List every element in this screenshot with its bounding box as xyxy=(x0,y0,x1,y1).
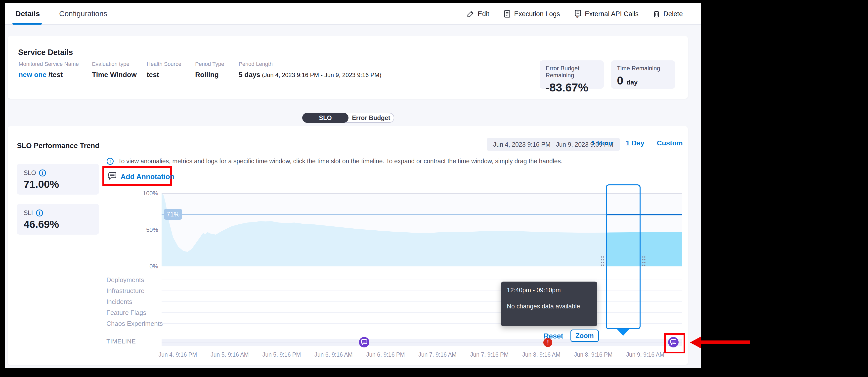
service-field-3: Period TypeRolling xyxy=(195,61,224,79)
trend-title: SLO Performance Trend xyxy=(17,142,99,150)
time-remaining-chip: Time Remaining 0 day xyxy=(611,60,675,89)
service-details-title: Service Details xyxy=(18,48,73,57)
y-tick-50: 50% xyxy=(138,226,158,233)
x-tick-6: Jun 7, 9:16 PM xyxy=(465,351,514,358)
changes-tooltip: 12:40pm - 09:10pm No changes data availa… xyxy=(501,282,597,326)
service-field-0: Monitored Service Namenew one /test xyxy=(19,61,79,79)
header-actions: Edit Execution Logs API External API Cal… xyxy=(467,3,683,25)
info-banner: ! To view anomalies, metrics and logs fo… xyxy=(106,158,562,165)
row-gridline xyxy=(161,290,682,291)
range-button-custom[interactable]: Custom xyxy=(657,139,683,147)
timeline-label: TIMELINE xyxy=(106,338,136,345)
x-tick-0: Jun 4, 9:16 PM xyxy=(153,351,203,358)
x-tick-2: Jun 5, 9:16 PM xyxy=(257,351,307,358)
service-field-4: Period Length5 days (Jun 4, 2023 9:16 PM… xyxy=(239,61,381,79)
row-gridline xyxy=(161,302,682,302)
y-tick-0: 0% xyxy=(138,263,158,270)
info-icon: ! xyxy=(106,158,114,165)
x-tick-8: Jun 8, 9:16 PM xyxy=(568,351,618,358)
tooltip-time-range: 12:40pm - 09:10pm xyxy=(501,282,597,298)
external-api-calls-button[interactable]: API External API Calls xyxy=(575,10,639,18)
time-window-selection[interactable] xyxy=(606,184,641,329)
error-budget-remaining-value: -83.67% xyxy=(546,81,598,94)
x-tick-9: Jun 9, 9:16 AM xyxy=(620,351,670,358)
row-label-infrastructure: Infrastructure xyxy=(106,287,145,295)
error-budget-remaining-chip: Error Budget Remaining -83.67% xyxy=(540,60,604,89)
range-buttons: 1 Hour1 DayCustom xyxy=(591,139,683,147)
time-remaining-value: 0 day xyxy=(617,74,669,87)
highlight-arrow xyxy=(701,341,750,344)
selection-drag-handle-left[interactable] xyxy=(600,255,605,266)
row-label-feature-flags: Feature Flags xyxy=(106,309,146,317)
x-tick-7: Jun 8, 9:16 AM xyxy=(517,351,566,358)
zoom-button[interactable]: Zoom xyxy=(570,329,599,342)
add-annotation-button[interactable]: Add Annotation xyxy=(108,172,174,182)
row-label-incidents: Incidents xyxy=(106,298,132,306)
x-tick-1: Jun 5, 9:16 AM xyxy=(205,351,254,358)
sli-value: 46.69% xyxy=(24,218,92,230)
x-tick-5: Jun 7, 9:16 AM xyxy=(413,351,462,358)
row-label-chaos-experiments: Chaos Experiments xyxy=(106,320,163,327)
row-gridline xyxy=(161,323,682,324)
selection-pointer-icon xyxy=(617,329,630,336)
row-label-deployments: Deployments xyxy=(106,276,144,284)
slo-stat-card: SLOi 71.00% xyxy=(17,164,99,195)
row-gridline xyxy=(161,312,682,313)
selection-drag-handle-right[interactable] xyxy=(642,255,646,266)
slo-errorbudget-toggle: SLO Error Budget xyxy=(302,113,394,123)
api-document-icon: API xyxy=(575,10,581,18)
tab-bar: Details Configurations Edit Execution Lo… xyxy=(5,3,701,25)
sli-stat-card: SLIi 46.69% xyxy=(17,204,99,234)
slo-performance-trend-card: SLO Performance Trend Jun 4, 2023 9:16 P… xyxy=(8,126,688,365)
execution-logs-button[interactable]: Execution Logs xyxy=(504,10,560,18)
monitored-service-link[interactable]: new one xyxy=(19,71,46,78)
slo-value: 71.00% xyxy=(24,179,92,190)
reset-button[interactable]: Reset xyxy=(544,332,563,340)
delete-button[interactable]: Delete xyxy=(653,10,683,18)
toggle-option-slo[interactable]: SLO xyxy=(302,113,348,123)
highlight-box-annotation-marker xyxy=(664,333,685,353)
document-icon xyxy=(504,10,510,18)
info-icon[interactable]: i xyxy=(36,210,43,216)
comment-bubble-icon xyxy=(108,172,117,182)
x-tick-3: Jun 6, 9:16 AM xyxy=(309,351,359,358)
x-tick-4: Jun 6, 9:16 PM xyxy=(361,351,410,358)
active-tab-indicator xyxy=(12,23,42,25)
info-icon[interactable]: i xyxy=(39,169,46,177)
svg-text:API: API xyxy=(576,16,579,18)
tooltip-message: No changes data available xyxy=(501,298,597,314)
edit-button[interactable]: Edit xyxy=(467,10,490,18)
service-details-card: Service Details Monitored Service Namene… xyxy=(8,36,688,99)
row-gridline xyxy=(161,280,682,280)
pencil-icon xyxy=(467,10,474,18)
toggle-option-error-budget[interactable]: Error Budget xyxy=(348,113,394,122)
highlight-arrow-head xyxy=(690,337,701,348)
trash-icon xyxy=(653,10,660,18)
annotation-marker-icon[interactable] xyxy=(359,337,369,347)
slo-details-page: Details Configurations Edit Execution Lo… xyxy=(5,3,701,368)
target-line-label: 71% xyxy=(164,209,182,220)
range-button-1-hour[interactable]: 1 Hour xyxy=(591,139,614,147)
tab-configurations[interactable]: Configurations xyxy=(59,3,107,24)
timeline-track[interactable] xyxy=(161,339,682,346)
y-tick-100: 100% xyxy=(138,190,158,197)
service-field-2: Health Sourcetest xyxy=(147,61,181,79)
tab-details[interactable]: Details xyxy=(16,3,40,24)
range-button-1-day[interactable]: 1 Day xyxy=(626,139,645,147)
service-field-1: Evaluation typeTime Window xyxy=(92,61,137,79)
